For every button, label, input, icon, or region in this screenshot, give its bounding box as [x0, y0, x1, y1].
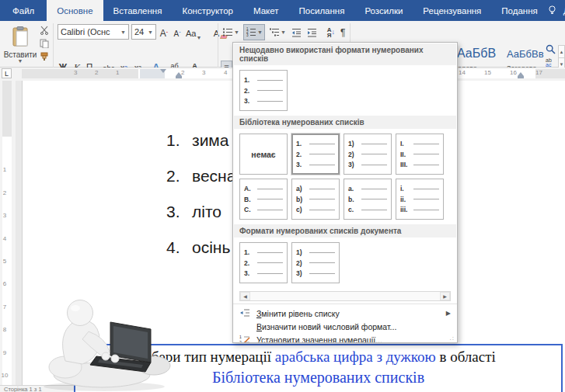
numbering-option-alpha-lower-paren[interactable]: a)b)c) — [291, 179, 340, 220]
numbering-button[interactable]: 123 ▼ — [243, 24, 265, 40]
numbering-option-alpha-upper-period[interactable]: A.B.C. — [239, 179, 288, 220]
tab-Розсилки[interactable]: Розсилки — [354, 0, 413, 21]
list-item-number: 1. — [166, 131, 192, 150]
h-ruler-number: 4 — [224, 69, 227, 76]
tab-Основне[interactable]: Основне — [47, 0, 103, 21]
v-ruler-number: 10 — [0, 372, 9, 379]
list-item[interactable]: 3.літо — [166, 194, 235, 230]
svg-text:3: 3 — [246, 33, 249, 37]
hanging-indent-marker[interactable] — [176, 72, 182, 76]
bullets-button[interactable]: ▼ — [221, 24, 241, 40]
set-numbering-value-icon: 12 — [239, 334, 251, 343]
numbering-option-arabic-paren[interactable]: 1)2)3) — [291, 242, 340, 283]
h-ruler-number: 1 — [116, 69, 119, 76]
list-item[interactable]: 1.зима — [166, 123, 235, 158]
svg-text:1: 1 — [239, 335, 242, 339]
list-item-text: літо — [192, 203, 221, 221]
numbering-option-roman-upper[interactable]: I.II.III. — [396, 134, 444, 175]
list-item-number: 2. — [166, 167, 192, 186]
decrease-indent-button[interactable] — [290, 24, 303, 40]
v-ruler-number: 8 — [0, 326, 9, 333]
vertical-ruler[interactable]: 12345678910 — [0, 81, 16, 392]
list-item-number: 4. — [166, 238, 192, 257]
list-item[interactable]: 2.весна — [166, 158, 235, 194]
numbered-list: 1.зима2.весна3.літо4.осінь — [166, 123, 235, 265]
v-ruler-number: 3 — [0, 212, 9, 219]
numbering-dropdown: Нещодавно використані формати нумеровани… — [232, 42, 458, 343]
h-ruler-number: 17 — [535, 69, 542, 76]
numbering-option-none[interactable]: немає — [239, 134, 288, 175]
menu-item-define-new-number-format[interactable]: Визначити новий числовий формат... — [233, 320, 457, 333]
numbering-option-arabic-period[interactable]: 1.2.3. — [239, 242, 288, 283]
v-ruler-number: 1 — [0, 166, 9, 173]
first-line-indent-marker[interactable] — [160, 69, 166, 73]
tab-Посилання[interactable]: Посилання — [289, 0, 355, 21]
multilevel-list-button[interactable]: ▼ — [267, 24, 288, 40]
style-preview-3[interactable]: АаБбВ — [457, 45, 496, 62]
v-ruler-number: 9 — [0, 349, 9, 356]
dropdown-resize-grip[interactable]: .: — [450, 335, 455, 342]
numbering-library-row1: немає1.2.3.1)2)3)I.II.III. — [233, 130, 457, 179]
menu-item-label: Змінити рівень списку — [256, 309, 340, 318]
list-item-text: весна — [192, 167, 235, 186]
list-item[interactable]: 4.осінь — [166, 230, 235, 265]
svg-text:2: 2 — [239, 340, 242, 344]
scroll-right-arrow[interactable]: ▶ — [440, 292, 450, 300]
scroll-left-arrow[interactable]: ◀ — [240, 292, 250, 300]
list-item-text: зима — [192, 131, 228, 150]
font-size-combo[interactable]: 24▼ — [131, 24, 156, 40]
show-formatting-marks-button[interactable]: ¶ — [339, 24, 347, 40]
recent-formats-header: Нещодавно використані формати нумеровани… — [234, 43, 456, 65]
submenu-arrow-icon: ▶ — [446, 310, 451, 317]
list-item-text: осінь — [192, 238, 230, 257]
find-icon[interactable] — [546, 44, 556, 56]
format-painter-icon[interactable] — [39, 51, 50, 61]
ribbon-tabs: ОсновнеВставленняКонструкторМакетПосилан… — [47, 0, 548, 21]
tab-Рецензування[interactable]: Рецензування — [413, 0, 491, 21]
dropdown-menu: Змінити рівень списку▶Визначити новий чи… — [233, 304, 457, 343]
numbering-option-arabic-paren[interactable]: 1)2)3) — [344, 134, 392, 175]
replace-icon[interactable]: abac — [546, 58, 552, 68]
tab-Вставлення[interactable]: Вставлення — [103, 0, 173, 21]
numbering-option-roman-lower[interactable]: i.ii.iii. — [396, 179, 444, 220]
numbering-option-arabic-period[interactable]: 1.2.3. — [291, 134, 340, 175]
copy-icon[interactable] — [39, 38, 50, 48]
change-list-level-icon — [239, 307, 251, 318]
styles-scroll-up-button[interactable]: ▲ — [558, 45, 565, 58]
style-preview-4[interactable]: АаБбВв — [507, 45, 544, 62]
v-ruler-number: 4 — [0, 235, 9, 242]
numbering-option-alpha-lower-period[interactable]: a.b.c. — [344, 179, 392, 220]
shrink-font-button[interactable]: Aˇ — [172, 25, 183, 40]
increase-indent-button[interactable] — [305, 24, 319, 40]
tab-Макет[interactable]: Макет — [243, 0, 289, 21]
font-name-combo[interactable]: Calibri (Оснс▼ — [58, 24, 129, 40]
right-indent-marker[interactable] — [518, 72, 524, 76]
numbering-library-header: Бібліотека нумерованих списків — [234, 116, 456, 129]
menu-item-set-numbering-value[interactable]: 12Установити значення нумерації... — [233, 333, 457, 343]
sort-button[interactable]: АЯ↓ — [326, 24, 337, 40]
document-formats-header: Формати нумерованих списків документа — [234, 224, 456, 238]
tab-Подання[interactable]: Подання — [491, 0, 547, 21]
change-case-button[interactable]: Aa▼ — [185, 25, 202, 40]
menu-item-change-list-level[interactable]: Змінити рівень списку▶ — [233, 307, 457, 320]
tab-selector[interactable]: L — [2, 68, 12, 78]
numbering-library-row2: A.B.C.a)b)c)a.b.c.i.ii.iii. — [233, 179, 457, 224]
dropdown-scrollbar[interactable]: ◀ ▶ — [239, 291, 451, 301]
tabbar-right: Докладн Увійти Сп — [548, 0, 565, 21]
h-ruler-number: 14 — [459, 69, 466, 76]
numbering-option-arabic-period[interactable]: 1.2.3. — [239, 70, 288, 111]
cut-icon[interactable] — [39, 25, 50, 35]
tell-me-lightbulb-icon — [548, 5, 556, 16]
v-ruler-number: 6 — [0, 280, 9, 287]
grow-font-button[interactable]: Aˆ — [159, 25, 169, 40]
v-ruler-number: 5 — [0, 258, 9, 265]
clipboard-small-buttons — [39, 25, 50, 61]
tab-Конструктор[interactable]: Конструктор — [172, 0, 243, 21]
paste-clipboard-icon — [12, 26, 30, 49]
font-size-value: 24 — [134, 27, 146, 36]
v-ruler-number: 7 — [0, 304, 9, 310]
recent-formats-gallery: 1.2.3. — [233, 66, 457, 115]
font-row-1: Calibri (Оснс▼ 24▼ Aˆ Aˇ Aa▼ А — [58, 24, 221, 40]
tab-file[interactable]: Файл — [0, 0, 47, 21]
word-application: Файл ОсновнеВставленняКонструкторМакетПо… — [0, 0, 565, 392]
